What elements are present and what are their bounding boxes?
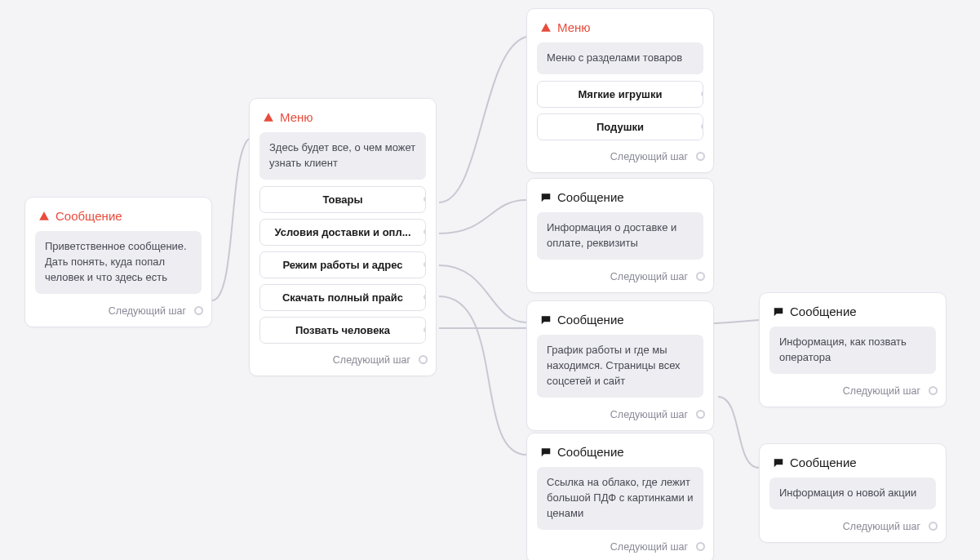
node-header: Меню [537, 20, 703, 34]
port-out[interactable] [699, 122, 703, 131]
port-out[interactable] [194, 306, 203, 315]
warning-icon [263, 112, 274, 123]
node-title: Сообщение [790, 456, 857, 469]
port-out[interactable] [929, 386, 938, 395]
node-header: Сообщение [537, 190, 703, 204]
message-icon [773, 457, 784, 469]
node-body: Приветственное сообщение. Дать понять, к… [35, 231, 202, 294]
next-step[interactable]: Следующий шаг [769, 516, 936, 534]
port-out[interactable] [696, 542, 705, 551]
next-step[interactable]: Следующий шаг [769, 380, 936, 398]
node-title: Сообщение [557, 445, 624, 459]
node-body: График работы и где мы находимся. Страни… [537, 335, 703, 398]
warning-icon [38, 211, 50, 222]
message-icon [540, 447, 552, 458]
port-out[interactable] [929, 522, 938, 531]
next-step[interactable]: Следующий шаг [259, 349, 426, 367]
node-body: Здесь будет все, о чем может узнать клие… [259, 132, 426, 180]
next-step[interactable]: Следующий шаг [537, 266, 703, 284]
node-promo-info[interactable]: Сообщение Информация о новой акции Следу… [759, 443, 947, 543]
port-out[interactable] [422, 260, 426, 269]
node-title: Сообщение [790, 304, 857, 318]
node-header: Сообщение [769, 304, 936, 318]
port-out[interactable] [422, 195, 426, 203]
next-step[interactable]: Следующий шаг [35, 300, 202, 318]
node-goods-menu[interactable]: Меню Меню с разделами товаров Мягкие игр… [526, 8, 714, 173]
node-title: Меню [557, 20, 591, 34]
message-icon [540, 314, 552, 326]
node-header: Сообщение [537, 445, 703, 459]
port-out[interactable] [419, 355, 428, 364]
node-main-menu[interactable]: Меню Здесь будет все, о чем может узнать… [249, 98, 437, 376]
node-welcome-message[interactable]: Сообщение Приветственное сообщение. Дать… [24, 197, 212, 327]
port-out[interactable] [696, 410, 705, 419]
message-icon [773, 306, 784, 318]
menu-option-hours[interactable]: Режим работы и адрес [259, 251, 426, 278]
node-schedule-info[interactable]: Сообщение График работы и где мы находим… [526, 300, 714, 431]
node-body: Информация, как позвать оператора [769, 327, 936, 374]
menu-option-soft-toys[interactable]: Мягкие игрушки [537, 81, 703, 108]
node-header: Сообщение [769, 456, 936, 469]
message-icon [540, 192, 552, 203]
node-body: Меню с разделами товаров [537, 42, 703, 74]
node-delivery-info[interactable]: Сообщение Информация о доставке и оплате… [526, 178, 714, 293]
node-title: Меню [280, 110, 313, 124]
port-out[interactable] [696, 152, 705, 161]
menu-option-price[interactable]: Скачать полный прайс [259, 284, 426, 311]
menu-option-human[interactable]: Позвать человека [259, 317, 426, 344]
node-title: Сообщение [557, 190, 624, 204]
node-body: Информация о доставке и оплате, реквизит… [537, 212, 703, 260]
node-body: Информация о новой акции [769, 478, 936, 509]
next-step[interactable]: Следующий шаг [537, 404, 703, 422]
warning-icon [540, 22, 552, 33]
port-out[interactable] [422, 326, 426, 334]
node-header: Меню [259, 110, 426, 124]
next-step[interactable]: Следующий шаг [537, 146, 703, 164]
node-cloud-link[interactable]: Сообщение Ссылка на облако, где лежит бо… [526, 433, 714, 560]
port-out[interactable] [422, 228, 426, 236]
node-title: Сообщение [55, 209, 122, 223]
node-header: Сообщение [537, 313, 703, 327]
node-body: Ссылка на облако, где лежит большой ПДФ … [537, 467, 703, 530]
menu-option-delivery[interactable]: Условия доставки и опл... [259, 219, 426, 246]
node-title: Сообщение [557, 313, 624, 327]
port-out[interactable] [422, 293, 426, 301]
node-operator-info[interactable]: Сообщение Информация, как позвать операт… [759, 292, 947, 407]
menu-option-pillows[interactable]: Подушки [537, 113, 703, 140]
next-step[interactable]: Следующий шаг [537, 536, 703, 554]
port-out[interactable] [699, 90, 703, 98]
port-out[interactable] [696, 272, 705, 281]
menu-option-goods[interactable]: Товары [259, 186, 426, 213]
node-header: Сообщение [35, 209, 202, 223]
